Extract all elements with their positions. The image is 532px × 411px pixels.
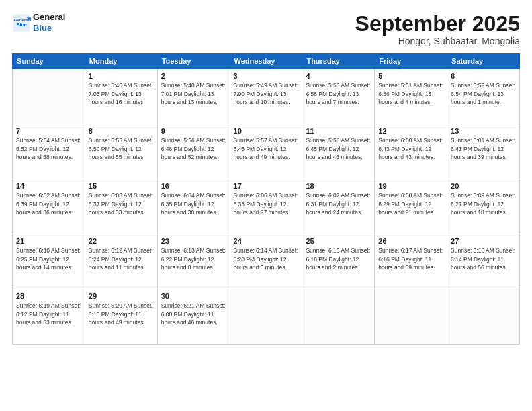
table-row: 22Sunrise: 6:12 AM Sunset: 6:24 PM Dayli… (85, 234, 157, 289)
day-info: Sunrise: 6:14 AM Sunset: 6:20 PM Dayligh… (234, 246, 299, 271)
day-number: 22 (89, 237, 154, 245)
table-row (375, 289, 447, 345)
table-row: 26Sunrise: 6:17 AM Sunset: 6:16 PM Dayli… (375, 234, 447, 289)
day-info: Sunrise: 6:15 AM Sunset: 6:18 PM Dayligh… (306, 246, 371, 271)
table-row: 20Sunrise: 6:09 AM Sunset: 6:27 PM Dayli… (447, 179, 520, 234)
day-number: 3 (234, 72, 299, 80)
day-number: 10 (234, 127, 299, 135)
table-row: 28Sunrise: 6:19 AM Sunset: 6:12 PM Dayli… (13, 289, 85, 345)
table-row (13, 69, 85, 124)
table-row: 30Sunrise: 6:21 AM Sunset: 6:08 PM Dayli… (157, 289, 230, 345)
day-number: 14 (16, 182, 81, 190)
table-row: 3Sunrise: 5:49 AM Sunset: 7:00 PM Daylig… (230, 69, 302, 124)
table-row: 1Sunrise: 5:46 AM Sunset: 7:03 PM Daylig… (85, 69, 157, 124)
day-number: 19 (378, 182, 443, 190)
calendar-week-5: 28Sunrise: 6:19 AM Sunset: 6:12 PM Dayli… (13, 289, 520, 345)
table-row: 11Sunrise: 5:58 AM Sunset: 6:45 PM Dayli… (302, 124, 375, 179)
day-info: Sunrise: 6:03 AM Sunset: 6:37 PM Dayligh… (89, 191, 154, 216)
day-number: 1 (89, 72, 154, 80)
day-info: Sunrise: 6:10 AM Sunset: 6:25 PM Dayligh… (16, 246, 81, 271)
day-number: 16 (161, 182, 226, 190)
day-info: Sunrise: 6:12 AM Sunset: 6:24 PM Dayligh… (89, 246, 154, 271)
table-row (302, 289, 375, 345)
table-row: 16Sunrise: 6:04 AM Sunset: 6:35 PM Dayli… (157, 179, 230, 234)
day-number: 15 (89, 182, 154, 190)
day-number: 21 (16, 237, 81, 245)
table-row: 13Sunrise: 6:01 AM Sunset: 6:41 PM Dayli… (447, 124, 520, 179)
day-number: 5 (378, 72, 443, 80)
header-saturday: Saturday (447, 54, 520, 69)
day-info: Sunrise: 5:57 AM Sunset: 6:46 PM Dayligh… (234, 136, 299, 161)
month-title: September 2025 (355, 12, 520, 36)
day-info: Sunrise: 5:55 AM Sunset: 6:50 PM Dayligh… (89, 136, 154, 161)
day-info: Sunrise: 6:13 AM Sunset: 6:22 PM Dayligh… (161, 246, 226, 271)
header: General Blue General Blue September 2025… (12, 12, 520, 46)
day-number: 8 (89, 127, 154, 135)
day-number: 23 (161, 237, 226, 245)
table-row: 9Sunrise: 5:56 AM Sunset: 6:48 PM Daylig… (157, 124, 230, 179)
table-row: 6Sunrise: 5:52 AM Sunset: 6:54 PM Daylig… (447, 69, 520, 124)
day-info: Sunrise: 6:08 AM Sunset: 6:29 PM Dayligh… (378, 191, 443, 216)
table-row: 25Sunrise: 6:15 AM Sunset: 6:18 PM Dayli… (302, 234, 375, 289)
day-number: 27 (451, 237, 516, 245)
subtitle: Hongor, Suhbaatar, Mongolia (355, 36, 520, 46)
header-wednesday: Wednesday (230, 54, 302, 69)
day-number: 4 (306, 72, 371, 80)
day-number: 24 (234, 237, 299, 245)
calendar-week-3: 14Sunrise: 6:02 AM Sunset: 6:39 PM Dayli… (13, 179, 520, 234)
day-info: Sunrise: 6:01 AM Sunset: 6:41 PM Dayligh… (451, 136, 516, 161)
table-row: 4Sunrise: 5:50 AM Sunset: 6:58 PM Daylig… (302, 69, 375, 124)
day-info: Sunrise: 6:09 AM Sunset: 6:27 PM Dayligh… (451, 191, 516, 216)
header-sunday: Sunday (13, 54, 85, 69)
day-number: 20 (451, 182, 516, 190)
table-row: 27Sunrise: 6:18 AM Sunset: 6:14 PM Dayli… (447, 234, 520, 289)
day-info: Sunrise: 5:50 AM Sunset: 6:58 PM Dayligh… (306, 81, 371, 106)
day-info: Sunrise: 6:02 AM Sunset: 6:39 PM Dayligh… (16, 191, 81, 216)
day-info: Sunrise: 6:20 AM Sunset: 6:10 PM Dayligh… (89, 302, 154, 326)
day-number: 30 (161, 292, 226, 300)
calendar-table: Sunday Monday Tuesday Wednesday Thursday… (12, 53, 520, 345)
day-info: Sunrise: 5:49 AM Sunset: 7:00 PM Dayligh… (234, 81, 299, 106)
table-row: 7Sunrise: 5:54 AM Sunset: 6:52 PM Daylig… (13, 124, 85, 179)
day-number: 11 (306, 127, 371, 135)
table-row: 2Sunrise: 5:48 AM Sunset: 7:01 PM Daylig… (157, 69, 230, 124)
day-info: Sunrise: 5:56 AM Sunset: 6:48 PM Dayligh… (161, 136, 226, 161)
day-info: Sunrise: 6:07 AM Sunset: 6:31 PM Dayligh… (306, 191, 371, 216)
calendar-week-4: 21Sunrise: 6:10 AM Sunset: 6:25 PM Dayli… (13, 234, 520, 289)
table-row: 12Sunrise: 6:00 AM Sunset: 6:43 PM Dayli… (375, 124, 447, 179)
day-info: Sunrise: 6:00 AM Sunset: 6:43 PM Dayligh… (378, 136, 443, 161)
calendar-week-2: 7Sunrise: 5:54 AM Sunset: 6:52 PM Daylig… (13, 124, 520, 179)
day-number: 13 (451, 127, 516, 135)
table-row (447, 289, 520, 345)
table-row: 18Sunrise: 6:07 AM Sunset: 6:31 PM Dayli… (302, 179, 375, 234)
table-row: 5Sunrise: 5:51 AM Sunset: 6:56 PM Daylig… (375, 69, 447, 124)
day-info: Sunrise: 6:06 AM Sunset: 6:33 PM Dayligh… (234, 191, 299, 216)
day-number: 25 (306, 237, 371, 245)
header-tuesday: Tuesday (157, 54, 230, 69)
day-info: Sunrise: 6:21 AM Sunset: 6:08 PM Dayligh… (161, 302, 226, 326)
header-thursday: Thursday (302, 54, 375, 69)
table-row: 14Sunrise: 6:02 AM Sunset: 6:39 PM Dayli… (13, 179, 85, 234)
page: General Blue General Blue September 2025… (0, 0, 532, 411)
logo: General Blue General Blue (12, 12, 65, 33)
day-info: Sunrise: 5:46 AM Sunset: 7:03 PM Dayligh… (89, 81, 154, 106)
day-number: 18 (306, 182, 371, 190)
day-info: Sunrise: 6:18 AM Sunset: 6:14 PM Dayligh… (451, 246, 516, 271)
calendar-week-1: 1Sunrise: 5:46 AM Sunset: 7:03 PM Daylig… (13, 69, 520, 124)
logo-text: General Blue (33, 12, 65, 33)
day-info: Sunrise: 5:54 AM Sunset: 6:52 PM Dayligh… (16, 136, 81, 161)
day-info: Sunrise: 6:04 AM Sunset: 6:35 PM Dayligh… (161, 191, 226, 216)
table-row: 21Sunrise: 6:10 AM Sunset: 6:25 PM Dayli… (13, 234, 85, 289)
table-row: 24Sunrise: 6:14 AM Sunset: 6:20 PM Dayli… (230, 234, 302, 289)
calendar-header-row: Sunday Monday Tuesday Wednesday Thursday… (13, 54, 520, 69)
table-row: 15Sunrise: 6:03 AM Sunset: 6:37 PM Dayli… (85, 179, 157, 234)
day-info: Sunrise: 5:51 AM Sunset: 6:56 PM Dayligh… (378, 81, 443, 106)
day-number: 9 (161, 127, 226, 135)
header-monday: Monday (85, 54, 157, 69)
table-row (230, 289, 302, 345)
day-number: 7 (16, 127, 81, 135)
day-number: 12 (378, 127, 443, 135)
svg-text:Blue: Blue (16, 22, 26, 27)
day-info: Sunrise: 6:19 AM Sunset: 6:12 PM Dayligh… (16, 302, 81, 326)
day-number: 6 (451, 72, 516, 80)
